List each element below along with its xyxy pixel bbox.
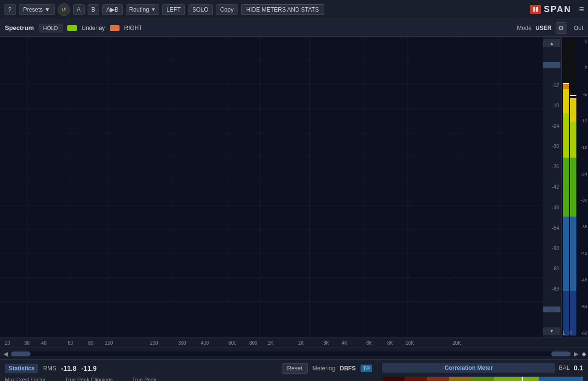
corr-segment-blue bbox=[539, 377, 583, 381]
solo-button[interactable]: SOLO bbox=[188, 4, 212, 15]
corr-segment-yellow bbox=[449, 377, 471, 381]
frequency-labels: 20 30 40 60 80 100 200 300 400 600 800 1… bbox=[0, 338, 588, 348]
ab-button[interactable]: A▶B bbox=[102, 4, 123, 15]
db-scroll-down[interactable]: ▼ bbox=[543, 327, 560, 335]
freq-100: 100 bbox=[105, 340, 113, 346]
tp-badge[interactable]: TP bbox=[361, 365, 372, 372]
freq-20k: 20K bbox=[452, 340, 461, 346]
corr-segment-dark-red bbox=[382, 377, 405, 381]
freq-800: 800 bbox=[249, 340, 257, 346]
freq-2k: 2K bbox=[298, 340, 304, 346]
out-label: Out bbox=[574, 25, 583, 31]
db-label-60: -60 bbox=[543, 246, 561, 251]
meter-db-m30: -30 bbox=[577, 198, 588, 203]
freq-80: 80 bbox=[88, 340, 93, 346]
meter-l-label: L bbox=[563, 330, 566, 336]
corr-segment-red bbox=[405, 377, 427, 381]
max-crest-label: Max Crest Factor bbox=[5, 377, 45, 381]
meter-db-m54: -54 bbox=[577, 304, 588, 309]
bal-value: 0.1 bbox=[574, 364, 583, 372]
metering-label: Metering bbox=[313, 365, 335, 372]
db-label-36: -36 bbox=[543, 164, 561, 169]
hamburger-menu-icon[interactable]: ≡ bbox=[579, 4, 584, 15]
db-label-69: -69 bbox=[543, 286, 561, 292]
gear-button[interactable]: ⚙ bbox=[556, 22, 567, 34]
meter-db-m18: -18 bbox=[577, 145, 588, 150]
top-bar: ? Presets ▼ ↺ A B A▶B Routing ▼ LEFT SOL… bbox=[0, 0, 588, 19]
meter-db-0: 0 bbox=[577, 65, 588, 70]
freq-300: 300 bbox=[178, 340, 186, 346]
spectrum-display bbox=[0, 37, 543, 337]
bottom-bar: Statistics RMS -11.8 -11.9 Reset Meterin… bbox=[0, 359, 588, 381]
db-scroll-up[interactable]: ▲ bbox=[543, 39, 560, 47]
refresh-button[interactable]: ↺ bbox=[58, 3, 70, 16]
db-scroll-thumb-bottom[interactable] bbox=[543, 307, 560, 312]
meter-db-m24: -24 bbox=[577, 172, 588, 176]
db-label-54: -54 bbox=[543, 225, 561, 231]
db-label-42: -42 bbox=[543, 184, 561, 190]
db-scroll-thumb[interactable] bbox=[543, 62, 560, 68]
copy-button[interactable]: Copy bbox=[216, 4, 238, 15]
hide-meters-button[interactable]: HIDE METERS AND STATS bbox=[241, 4, 324, 15]
b-label: B bbox=[88, 4, 99, 15]
correlation-badge: Correlation Meter bbox=[382, 363, 555, 373]
routing-dropdown[interactable]: Routing ▼ bbox=[126, 4, 159, 15]
left-button[interactable]: LEFT bbox=[162, 4, 185, 15]
db-label-66: -66 bbox=[543, 266, 561, 271]
freq-400: 400 bbox=[201, 340, 209, 346]
max-crest-group: Max Crest Factor 5.4 5.3 bbox=[5, 377, 45, 381]
routing-label: Routing bbox=[129, 6, 149, 13]
statistics-section: Statistics RMS -11.8 -11.9 Reset Meterin… bbox=[0, 360, 377, 381]
scrollbar-thumb-right[interactable] bbox=[551, 352, 571, 356]
corr-segment-green bbox=[471, 377, 494, 381]
logo-area: ℍ SPAN bbox=[530, 4, 572, 15]
main-content: ▲ -12 -18 -24 -30 -36 -42 -48 -54 -60 -6… bbox=[0, 37, 588, 337]
spectrum-area[interactable]: ▲ -12 -18 -24 -30 -36 -42 -48 -54 -60 -6… bbox=[0, 37, 561, 337]
meter-db-m48: -48 bbox=[577, 278, 588, 282]
hold-button[interactable]: HOLD bbox=[39, 24, 62, 32]
level-meter: 6 0 -6 -12 -18 -24 -30 -36 -42 -48 -54 -… bbox=[561, 37, 588, 337]
db-label-24: -24 bbox=[543, 123, 561, 129]
reset-button[interactable]: Reset bbox=[282, 363, 307, 374]
rms-label: RMS bbox=[43, 365, 56, 372]
spectrum-header: Spectrum HOLD Underlay RIGHT Mode USER ⚙… bbox=[0, 19, 588, 37]
scroll-left-arrow-icon[interactable]: ◀ bbox=[2, 351, 9, 357]
freq-40: 40 bbox=[41, 340, 46, 346]
true-peak-clip-label: True Peak Clippings bbox=[65, 377, 113, 381]
right-channel-label: RIGHT bbox=[124, 25, 142, 31]
meter-db-m6: -6 bbox=[577, 92, 588, 97]
freq-4k: 4K bbox=[342, 340, 347, 346]
true-peak-label: True Peak bbox=[132, 377, 156, 381]
routing-arrow-icon: ▼ bbox=[151, 7, 156, 12]
meter-r-label: R bbox=[569, 330, 572, 336]
meter-l-channel bbox=[563, 39, 569, 336]
correlation-section: Correlation Meter BAL 0.1 -1.00 -0.50 0.… bbox=[377, 360, 588, 381]
freq-60: 60 bbox=[68, 340, 73, 346]
db-label-18: -18 bbox=[543, 103, 561, 108]
bal-label: BAL bbox=[559, 365, 570, 371]
freq-6k: 6K bbox=[366, 340, 372, 346]
dbfs-label: DBFS bbox=[340, 365, 356, 372]
true-peak-clip-group: True Peak Clippings 0 0 bbox=[65, 377, 113, 381]
meter-db-m36: -36 bbox=[577, 224, 588, 229]
question-button[interactable]: ? bbox=[4, 4, 16, 15]
scrollbar-track[interactable] bbox=[11, 352, 571, 356]
scroll-right-arrow-icon[interactable]: ▶ bbox=[573, 351, 580, 357]
a-label: A bbox=[73, 4, 85, 15]
mode-label: Mode bbox=[517, 25, 531, 31]
meter-r-channel bbox=[570, 39, 576, 336]
presets-label: Presets bbox=[23, 6, 43, 13]
meter-db-m60: -60 bbox=[577, 331, 588, 336]
freq-10k: 10K bbox=[406, 340, 414, 346]
scrollbar-area: ◀ ▶ ◆ bbox=[0, 348, 588, 359]
diamond-button[interactable]: ◆ bbox=[582, 351, 586, 357]
true-peak-group: True Peak -0.2 0.0 bbox=[132, 377, 158, 381]
correlation-meter-bar bbox=[382, 377, 583, 381]
db-scale: ▲ -12 -18 -24 -30 -36 -42 -48 -54 -60 -6… bbox=[543, 37, 561, 337]
level-meter-scale: 6 0 -6 -12 -18 -24 -30 -36 -42 -48 -54 -… bbox=[577, 37, 588, 337]
rms-l-value: -11.8 bbox=[61, 365, 76, 372]
meter-db-6: 6 bbox=[577, 39, 588, 44]
scrollbar-thumb-left[interactable] bbox=[11, 352, 30, 356]
presets-button[interactable]: Presets ▼ bbox=[19, 4, 55, 15]
stats-row1: Statistics RMS -11.8 -11.9 Reset Meterin… bbox=[5, 363, 372, 374]
